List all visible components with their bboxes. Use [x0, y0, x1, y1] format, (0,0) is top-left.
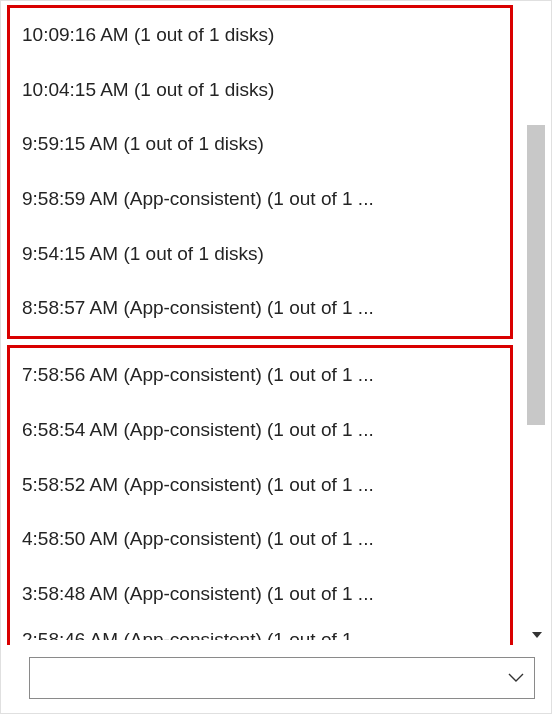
- dropdown-select[interactable]: [29, 657, 535, 699]
- list-item[interactable]: 7:58:56 AM (App-consistent) (1 out of 1 …: [10, 348, 510, 403]
- list-item[interactable]: 10:04:15 AM (1 out of 1 disks): [10, 63, 510, 118]
- list-item[interactable]: 9:59:15 AM (1 out of 1 disks): [10, 117, 510, 172]
- list-item[interactable]: 3:58:48 AM (App-consistent) (1 out of 1 …: [10, 567, 510, 622]
- recovery-points-list: 10:09:16 AM (1 out of 1 disks) 10:04:15 …: [1, 1, 519, 645]
- chevron-down-icon: [508, 673, 524, 683]
- scroll-down-arrow-icon[interactable]: [527, 625, 547, 645]
- scrollbar-track[interactable]: [527, 7, 545, 643]
- list-item[interactable]: 9:54:15 AM (1 out of 1 disks): [10, 227, 510, 282]
- highlight-group-top: 10:09:16 AM (1 out of 1 disks) 10:04:15 …: [7, 5, 513, 339]
- list-item-partial[interactable]: 2:58:46 AM (App-consistent) (1 out of 1: [10, 622, 510, 640]
- list-item[interactable]: 6:58:54 AM (App-consistent) (1 out of 1 …: [10, 403, 510, 458]
- scrollbar-thumb[interactable]: [527, 125, 545, 425]
- list-item[interactable]: 5:58:52 AM (App-consistent) (1 out of 1 …: [10, 458, 510, 513]
- list-item[interactable]: 10:09:16 AM (1 out of 1 disks): [10, 8, 510, 63]
- list-item[interactable]: 4:58:50 AM (App-consistent) (1 out of 1 …: [10, 512, 510, 567]
- list-item[interactable]: 9:58:59 AM (App-consistent) (1 out of 1 …: [10, 172, 510, 227]
- list-item[interactable]: 8:58:57 AM (App-consistent) (1 out of 1 …: [10, 281, 510, 336]
- highlight-group-bottom: 7:58:56 AM (App-consistent) (1 out of 1 …: [7, 345, 513, 645]
